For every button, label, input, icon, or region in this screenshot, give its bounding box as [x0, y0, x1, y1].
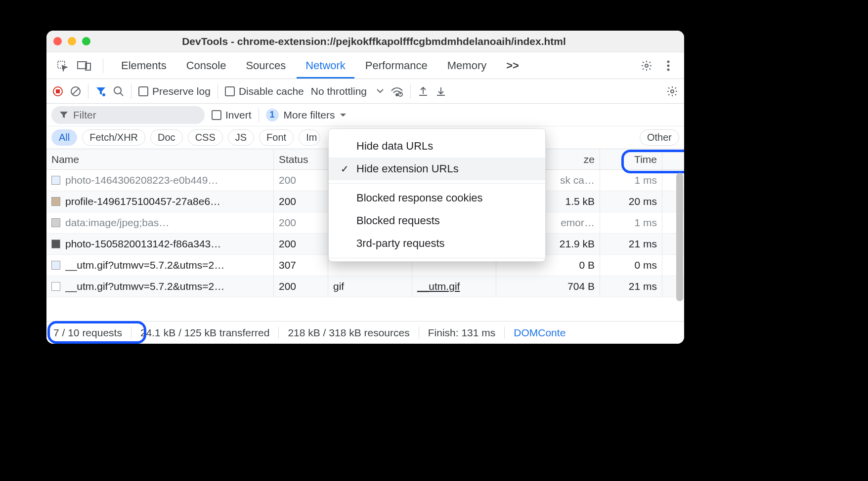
devtools-window: DevTools - chrome-extension://pejkokffka… [46, 31, 684, 344]
request-type: gif [328, 276, 412, 297]
record-icon[interactable] [52, 86, 63, 97]
tab-network[interactable]: Network [297, 53, 354, 78]
request-time: 21 ms [600, 234, 662, 254]
col-name[interactable]: Name [46, 149, 274, 169]
filter-hide-data-urls[interactable]: Hide data URLs [329, 135, 545, 158]
upload-icon[interactable] [418, 86, 429, 97]
filter-count-badge: 1 [266, 109, 279, 121]
chip-all[interactable]: All [51, 129, 77, 146]
svg-point-14 [396, 94, 398, 96]
request-time: 1 ms [600, 170, 662, 191]
request-name: profile-1496175100457-27a8e6… [65, 196, 220, 207]
svg-rect-8 [56, 89, 60, 93]
request-size: 704 B [496, 276, 600, 297]
request-time: 20 ms [600, 191, 662, 212]
tab-memory[interactable]: Memory [438, 53, 495, 78]
svg-point-5 [667, 64, 670, 67]
device-icon[interactable] [74, 56, 94, 76]
check-icon: ✓ [340, 163, 349, 175]
chip-doc[interactable]: Doc [150, 129, 183, 146]
throttling-select[interactable]: No throttling [311, 85, 384, 97]
request-status: 200 [274, 212, 328, 233]
svg-line-13 [120, 93, 123, 96]
col-time[interactable]: Time [600, 149, 662, 169]
request-status: 200 [274, 191, 328, 212]
request-name: data:image/jpeg;bas… [65, 217, 169, 229]
preserve-log-checkbox[interactable]: Preserve log [138, 85, 211, 97]
svg-point-16 [671, 90, 674, 93]
annotation-highlight [47, 321, 146, 344]
tab-sources[interactable]: Sources [237, 53, 295, 78]
close-icon[interactable] [53, 37, 62, 45]
request-name: __utm.gif?utmwv=5.7.2&utms=2… [65, 259, 224, 271]
window-title: DevTools - chrome-extension://pejkokffka… [71, 36, 677, 47]
request-time: 21 ms [600, 276, 662, 297]
request-name: photo-1464306208223-e0b449… [65, 174, 218, 186]
download-icon[interactable] [435, 86, 446, 97]
filter-icon[interactable] [95, 86, 106, 97]
svg-line-10 [73, 88, 79, 94]
status-bar: 7 / 10 requests 24.1 kB / 125 kB transfe… [46, 321, 684, 344]
file-icon [51, 282, 60, 291]
request-status: 200 [274, 234, 328, 254]
more-filters-button[interactable]: 1 More filters [266, 109, 347, 121]
request-name: __utm.gif?utmwv=5.7.2&utms=2… [65, 281, 224, 292]
chip-css[interactable]: CSS [188, 129, 223, 146]
status-domcontent[interactable]: DOMConte [505, 327, 574, 339]
tab-elements[interactable]: Elements [112, 53, 175, 78]
svg-point-3 [645, 64, 648, 67]
tab-console[interactable]: Console [177, 53, 235, 78]
tab-performance[interactable]: Performance [356, 53, 436, 78]
file-icon [51, 240, 60, 248]
clear-icon[interactable] [70, 86, 81, 97]
panel-tabs: Elements Console Sources Network Perform… [46, 52, 684, 79]
titlebar: DevTools - chrome-extension://pejkokffka… [46, 31, 684, 52]
scrollbar[interactable] [676, 173, 683, 301]
request-name: photo-1505820013142-f86a343… [65, 238, 221, 250]
filter-hide-extension-urls[interactable]: ✓Hide extension URLs [329, 158, 545, 180]
request-time: 0 ms [600, 255, 662, 276]
request-time: 1 ms [600, 212, 662, 233]
col-status[interactable]: Status [274, 149, 328, 169]
status-resources: 218 kB / 318 kB resources [279, 327, 419, 339]
inspect-icon[interactable] [52, 56, 72, 76]
request-status: 200 [274, 170, 328, 191]
status-transferred: 24.1 kB / 125 kB transferred [131, 327, 279, 339]
filter-input[interactable]: Filter [51, 106, 205, 124]
svg-point-12 [114, 87, 121, 94]
tabs-overflow[interactable]: >> [497, 53, 528, 78]
svg-point-4 [667, 60, 670, 63]
network-table: Name Status Type Initiator ze Time photo… [46, 149, 684, 297]
chip-font[interactable]: Font [259, 129, 294, 146]
svg-point-11 [102, 93, 105, 96]
file-icon [51, 176, 60, 185]
file-icon [51, 197, 60, 206]
chip-other[interactable]: Other [640, 129, 679, 146]
filter-blocked-response-cookies[interactable]: Blocked response cookies [329, 187, 545, 209]
network-toolbar: Preserve log Disable cache No throttling [46, 79, 684, 104]
svg-point-6 [667, 68, 670, 71]
table-row[interactable]: __utm.gif?utmwv=5.7.2&utms=2…200gif__utm… [46, 276, 684, 297]
file-icon [51, 261, 60, 270]
request-initiator: __utm.gif [412, 276, 496, 297]
kebab-icon[interactable] [658, 56, 678, 76]
chip-img[interactable]: Im [299, 129, 320, 146]
chip-fetch-xhr[interactable]: Fetch/XHR [82, 129, 145, 146]
file-icon [51, 218, 60, 227]
filter-blocked-requests[interactable]: Blocked requests [329, 209, 545, 232]
status-finish: Finish: 131 ms [419, 327, 505, 339]
request-status: 200 [274, 276, 328, 297]
disable-cache-checkbox[interactable]: Disable cache [225, 85, 304, 97]
search-icon[interactable] [113, 86, 124, 97]
network-settings-gear-icon[interactable] [666, 85, 678, 97]
request-status: 307 [274, 255, 328, 276]
filter-row: Filter Invert 1 More filters [46, 104, 684, 126]
gear-icon[interactable] [637, 56, 656, 76]
filter-3rd-party-requests[interactable]: 3rd-party requests [329, 232, 545, 255]
more-filters-menu: Hide data URLs ✓Hide extension URLs Bloc… [328, 128, 546, 262]
network-conditions-icon[interactable] [391, 86, 403, 97]
invert-checkbox[interactable]: Invert [212, 109, 252, 121]
chip-js[interactable]: JS [228, 129, 254, 146]
